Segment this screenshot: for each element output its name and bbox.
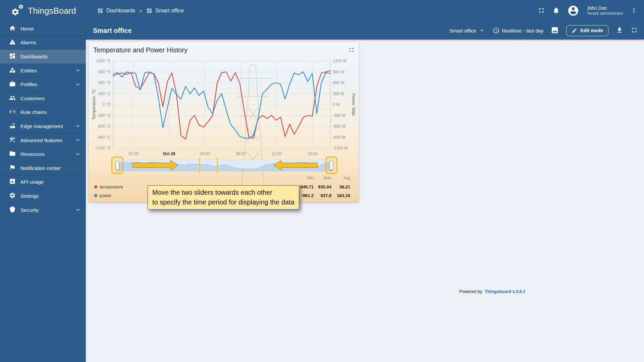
slider-left-handle[interactable] bbox=[116, 161, 119, 170]
svg-text:Temperature, °C: Temperature, °C bbox=[92, 89, 96, 120]
temperature-max: 935.04 bbox=[314, 184, 331, 189]
svg-text:-600 W: -600 W bbox=[333, 124, 346, 129]
svg-text:900 °C: 900 °C bbox=[98, 70, 111, 74]
svg-text:Power, Watt: Power, Watt bbox=[351, 94, 356, 116]
footer: Powered by Thingsboard v.3.8.1 bbox=[459, 289, 525, 294]
slider-track[interactable] bbox=[117, 160, 332, 171]
svg-text:-300 W: -300 W bbox=[333, 113, 346, 118]
tools-icon bbox=[9, 136, 16, 144]
chevron-down-icon bbox=[74, 123, 81, 129]
svg-text:900 W: 900 W bbox=[333, 70, 344, 74]
notifications-button[interactable] bbox=[552, 7, 560, 15]
dashboards-grid-icon bbox=[146, 8, 152, 14]
entities-icon bbox=[9, 67, 16, 74]
chevron-down-icon bbox=[74, 137, 81, 143]
edit-mode-button[interactable]: Edit mode bbox=[566, 25, 608, 36]
more-vert-icon bbox=[631, 7, 637, 15]
logo[interactable]: ThingsBoard bbox=[0, 0, 86, 21]
sidebar: ThingsBoard Home Alarms Dashboards Entit… bbox=[0, 0, 86, 362]
screenshot-button[interactable] bbox=[551, 26, 559, 35]
dashboard-state-selector[interactable]: Smart office bbox=[449, 27, 485, 34]
app-root: ThingsBoard Home Alarms Dashboards Entit… bbox=[0, 0, 644, 362]
breadcrumb-smart-office[interactable]: Smart office bbox=[146, 8, 184, 14]
rule-chains-icon bbox=[9, 108, 16, 116]
chevron-down-icon bbox=[74, 81, 81, 88]
chevron-down-icon bbox=[74, 206, 81, 213]
sidebar-item-alarms[interactable]: Alarms bbox=[0, 36, 86, 50]
sidebar-item-customers[interactable]: Customers bbox=[0, 92, 86, 106]
svg-text:300 °C: 300 °C bbox=[98, 92, 111, 96]
slider-right-handle[interactable] bbox=[330, 161, 333, 170]
gear-icon bbox=[9, 192, 16, 200]
avatar[interactable] bbox=[567, 5, 579, 17]
home-icon bbox=[9, 25, 16, 33]
fullscreen-icon bbox=[631, 26, 638, 35]
router-icon bbox=[9, 122, 16, 130]
caret-down-icon bbox=[479, 27, 485, 34]
briefcase-icon bbox=[9, 80, 16, 88]
bell-icon bbox=[552, 7, 560, 15]
sidebar-item-rule-chains[interactable]: Rule chains bbox=[0, 106, 86, 120]
slider-preview-area bbox=[117, 160, 332, 171]
hint-line-2: to specify the time period for displayin… bbox=[152, 197, 294, 207]
svg-text:-1200 W: -1200 W bbox=[333, 146, 348, 150]
top-header: Dashboards > Smart office John Doe Tenan… bbox=[86, 0, 644, 21]
svg-text:0 °C: 0 °C bbox=[103, 102, 111, 107]
fullscreen-button[interactable] bbox=[538, 7, 545, 15]
user-menu[interactable]: John Doe Tenant administrator bbox=[587, 5, 623, 16]
temperature-avg: 38.21 bbox=[331, 184, 350, 189]
svg-text:-1200 °C: -1200 °C bbox=[95, 146, 111, 150]
sidebar-item-notification-center[interactable]: Notification center bbox=[0, 161, 86, 175]
sidebar-item-security[interactable]: Security bbox=[0, 203, 86, 217]
more-menu-button[interactable] bbox=[631, 7, 637, 15]
stats-header-min: Min bbox=[276, 176, 314, 180]
sidebar-item-dashboards[interactable]: Dashboards bbox=[0, 50, 86, 64]
toolbar-actions: Smart office Realtime - last day Edit mo… bbox=[449, 25, 638, 36]
timewindow-button[interactable]: Realtime - last day bbox=[493, 27, 543, 34]
sidebar-item-home[interactable]: Home bbox=[0, 22, 86, 36]
chevron-down-icon bbox=[74, 151, 81, 158]
svg-text:600 °C: 600 °C bbox=[98, 80, 111, 85]
slider-hint-tooltip: Move the two sliders towards each other … bbox=[148, 185, 299, 209]
download-icon bbox=[616, 26, 623, 35]
svg-text:1200 W: 1200 W bbox=[333, 59, 347, 63]
chevron-down-icon bbox=[74, 67, 81, 74]
chart-box-icon bbox=[9, 178, 16, 186]
legend-item-temperature[interactable]: temperature bbox=[94, 184, 123, 189]
sidebar-item-api-usage[interactable]: API usage bbox=[0, 175, 86, 189]
dashboards-icon bbox=[9, 53, 16, 60]
people-icon bbox=[9, 95, 16, 102]
power-avg: 163.16 bbox=[331, 193, 350, 198]
svg-text:600 W: 600 W bbox=[333, 80, 344, 85]
fullscreen-icon bbox=[538, 7, 545, 15]
svg-text:-300 °C: -300 °C bbox=[97, 113, 111, 118]
power-max: 937.8 bbox=[314, 193, 331, 198]
thingsboard-version-link[interactable]: Thingsboard v.3.8.1 bbox=[485, 289, 525, 294]
sidebar-item-entities[interactable]: Entities bbox=[0, 64, 86, 78]
time-range-slider bbox=[89, 155, 359, 176]
legend-item-power[interactable]: power bbox=[94, 193, 111, 198]
stats-header-avg: Avg bbox=[331, 176, 350, 180]
shield-icon bbox=[9, 206, 16, 214]
pencil-icon bbox=[572, 28, 577, 34]
download-button[interactable] bbox=[616, 26, 623, 35]
sidebar-item-settings[interactable]: Settings bbox=[0, 189, 86, 203]
thingsboard-logo-icon bbox=[10, 4, 25, 17]
svg-text:-600 °C: -600 °C bbox=[97, 124, 111, 129]
user-name: John Doe bbox=[587, 5, 623, 11]
folder-icon bbox=[9, 150, 16, 158]
sidebar-nav: Home Alarms Dashboards Entities Profiles bbox=[0, 21, 86, 217]
sidebar-item-edge-management[interactable]: Edge management bbox=[0, 119, 86, 133]
breadcrumb-dashboards[interactable]: Dashboards bbox=[97, 8, 135, 14]
stats-header-max: Max bbox=[314, 176, 331, 180]
dashboard-title: Smart office bbox=[93, 27, 132, 35]
sidebar-item-advanced-features[interactable]: Advanced features bbox=[0, 133, 86, 147]
dashboard-content: Temperature and Power History 1200 °C120… bbox=[86, 40, 644, 362]
hint-line-1: Move the two sliders towards each other bbox=[152, 188, 294, 197]
toolbar-fullscreen-button[interactable] bbox=[631, 26, 638, 35]
sidebar-item-profiles[interactable]: Profiles bbox=[0, 77, 86, 92]
sidebar-item-resources[interactable]: Resources bbox=[0, 147, 86, 161]
dashboards-grid-icon bbox=[97, 8, 103, 14]
svg-text:-900 °C: -900 °C bbox=[97, 135, 111, 140]
clock-icon bbox=[493, 27, 499, 34]
